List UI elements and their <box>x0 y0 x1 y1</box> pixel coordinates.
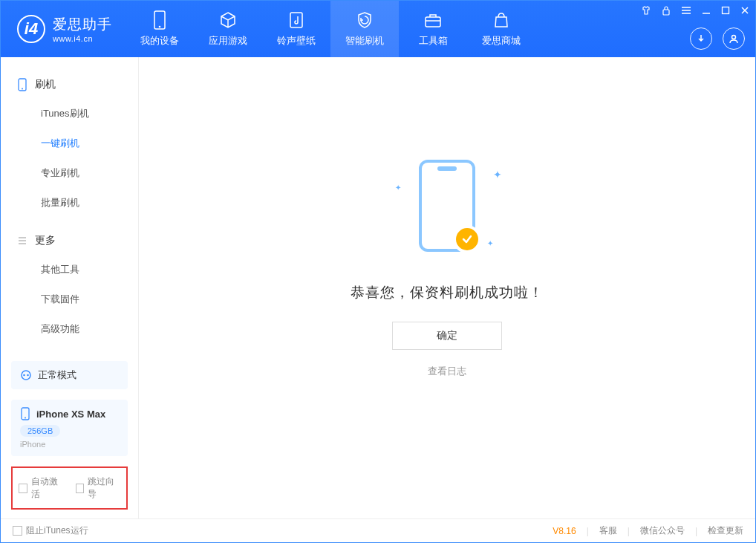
checkbox-skip-guide[interactable]: 跳过向导 <box>76 475 121 501</box>
sidebar-section-flash: 刷机 <box>1 72 138 99</box>
checkbox-auto-activate[interactable]: 自动激活 <box>19 475 64 501</box>
svg-point-8 <box>22 88 23 90</box>
app-url: www.i4.cn <box>53 34 112 43</box>
view-log-link[interactable]: 查看日志 <box>428 365 466 378</box>
sidebar-item-itunes[interactable]: iTunes刷机 <box>1 99 138 129</box>
success-illustration: ✦ ✦ ✦ <box>388 154 506 258</box>
sidebar-item-other[interactable]: 其他工具 <box>1 255 138 284</box>
update-link[interactable]: 检查更新 <box>708 524 743 537</box>
nav-my-device[interactable]: 我的设备 <box>126 1 194 57</box>
maximize-button[interactable] <box>721 6 730 15</box>
svg-rect-5 <box>723 7 729 14</box>
nav-label: 铃声壁纸 <box>277 34 316 48</box>
window-controls <box>641 5 749 16</box>
svg-point-1 <box>159 26 161 28</box>
device-mode: 正常模式 <box>20 368 119 382</box>
app-name: 爱思助手 <box>53 15 112 34</box>
section-title: 刷机 <box>35 78 56 91</box>
bag-icon <box>492 10 510 30</box>
nav-toolbox[interactable]: 工具箱 <box>399 1 467 57</box>
svg-point-11 <box>27 374 29 377</box>
checkbox-label: 阻止iTunes运行 <box>26 524 88 537</box>
svg-rect-4 <box>663 10 669 15</box>
sidebar-item-oneclick[interactable]: 一键刷机 <box>1 129 138 158</box>
toolbox-icon <box>423 10 443 30</box>
checkbox-label: 自动激活 <box>31 475 64 501</box>
menu-icon[interactable] <box>681 6 691 15</box>
checkbox-icon <box>76 484 85 493</box>
shield-icon <box>356 10 374 30</box>
sidebar-section-more: 更多 <box>1 228 138 255</box>
phone-icon <box>17 78 27 91</box>
highlight-box: 自动激活 跳过向导 <box>11 466 128 510</box>
music-icon <box>287 10 305 30</box>
svg-rect-2 <box>290 13 302 27</box>
nav-apps[interactable]: 应用游戏 <box>194 1 262 57</box>
svg-point-6 <box>732 36 736 39</box>
success-message: 恭喜您，保资料刷机成功啦！ <box>351 283 544 302</box>
checkbox-icon <box>13 526 22 536</box>
nav-flash[interactable]: 智能刷机 <box>330 1 399 57</box>
ok-button[interactable]: 确定 <box>392 322 502 350</box>
nav-label: 爱思商城 <box>482 34 521 48</box>
device-mode-block: 正常模式 <box>11 361 128 389</box>
device-type: iPhone <box>20 440 119 449</box>
minimize-button[interactable] <box>702 6 711 15</box>
device-capacity: 256GB <box>20 425 60 437</box>
sidebar: 刷机 iTunes刷机 一键刷机 专业刷机 批量刷机 更多 其他工具 下载固件 … <box>1 57 139 518</box>
check-badge-icon <box>453 225 481 253</box>
sidebar-item-pro[interactable]: 专业刷机 <box>1 158 138 188</box>
top-nav: 我的设备 应用游戏 铃声壁纸 智能刷机 工具箱 爱思商城 <box>126 1 535 57</box>
svg-rect-3 <box>426 17 440 27</box>
footer-right: V8.16 | 客服 | 微信公众号 | 检查更新 <box>553 524 743 537</box>
sidebar-item-batch[interactable]: 批量刷机 <box>1 188 138 218</box>
svg-point-13 <box>25 417 26 419</box>
device-info-block[interactable]: iPhone XS Max 256GB iPhone <box>11 400 128 456</box>
phone-icon <box>20 407 30 420</box>
support-link[interactable]: 客服 <box>599 524 617 537</box>
sidebar-item-advanced[interactable]: 高级功能 <box>1 314 138 344</box>
logo-text: 爱思助手 www.i4.cn <box>53 15 112 43</box>
main-content: ✦ ✦ ✦ 恭喜您，保资料刷机成功啦！ 确定 查看日志 <box>139 57 755 518</box>
cube-icon <box>218 10 238 30</box>
device-name: iPhone XS Max <box>36 409 105 420</box>
close-button[interactable] <box>740 6 749 15</box>
device-mode-label: 正常模式 <box>38 368 76 382</box>
section-title: 更多 <box>35 234 56 247</box>
nav-label: 我的设备 <box>140 34 179 48</box>
lock-icon[interactable] <box>662 5 671 16</box>
header-side-buttons <box>690 27 745 50</box>
svg-point-10 <box>23 374 25 377</box>
sidebar-item-firmware[interactable]: 下载固件 <box>1 284 138 314</box>
phone-illustration <box>419 160 475 252</box>
download-button[interactable] <box>690 27 712 50</box>
footer-left: 阻止iTunes运行 <box>13 524 88 537</box>
device-name-row: iPhone XS Max <box>20 407 119 420</box>
nav-store[interactable]: 爱思商城 <box>467 1 535 57</box>
logo-icon: i4 <box>17 15 45 43</box>
version-label: V8.16 <box>553 526 576 536</box>
footer: 阻止iTunes运行 V8.16 | 客服 | 微信公众号 | 检查更新 <box>1 518 755 542</box>
nav-label: 应用游戏 <box>209 34 247 48</box>
nav-label: 工具箱 <box>419 34 448 48</box>
checkbox-icon <box>19 484 27 493</box>
svg-point-9 <box>22 371 30 380</box>
checkbox-label: 跳过向导 <box>88 475 120 501</box>
user-button[interactable] <box>723 27 745 50</box>
shirt-icon[interactable] <box>641 5 651 16</box>
wechat-link[interactable]: 微信公众号 <box>640 524 685 537</box>
list-icon <box>17 235 27 246</box>
body: 刷机 iTunes刷机 一键刷机 专业刷机 批量刷机 更多 其他工具 下载固件 … <box>1 57 755 518</box>
nav-label: 智能刷机 <box>345 34 384 48</box>
refresh-icon <box>20 369 32 381</box>
checkbox-block-itunes[interactable]: 阻止iTunes运行 <box>13 524 88 537</box>
logo: i4 爱思助手 www.i4.cn <box>1 1 126 57</box>
header-bar: i4 爱思助手 www.i4.cn 我的设备 应用游戏 铃声壁纸 智能刷机 工具… <box>1 1 755 57</box>
nav-ringtones[interactable]: 铃声壁纸 <box>262 1 330 57</box>
device-icon <box>152 10 167 30</box>
